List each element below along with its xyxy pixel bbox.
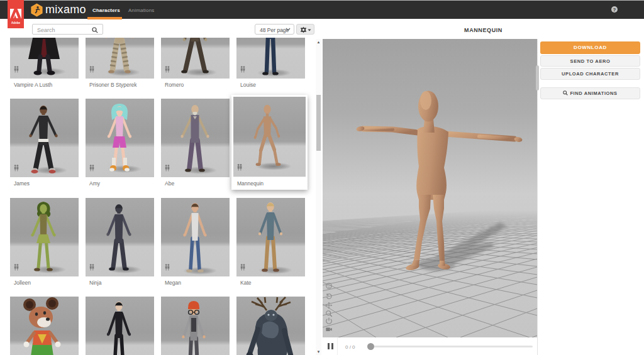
- svg-text:Adobe: Adobe: [11, 21, 20, 25]
